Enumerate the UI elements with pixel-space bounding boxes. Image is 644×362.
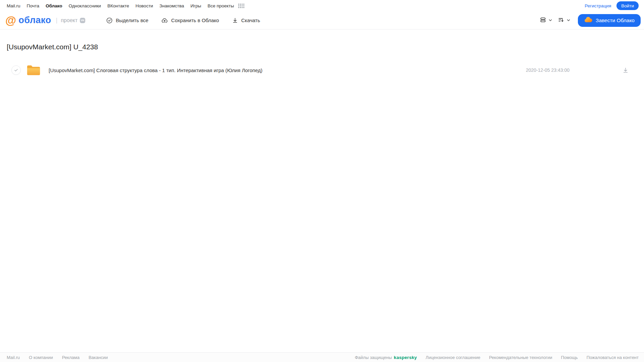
cloud-icon: [584, 16, 592, 24]
create-cloud-label: Завести Облако: [596, 17, 635, 23]
footer-link-mailru[interactable]: Mail.ru: [7, 355, 20, 360]
nav-item-vkontakte[interactable]: ВКонтакте: [107, 3, 129, 8]
file-modified-date: 2020-12-05 23:43:00: [526, 67, 569, 73]
view-list-icon: [540, 16, 546, 24]
file-row[interactable]: [UsupovMarket.com] Слоговая структура сл…: [7, 63, 637, 77]
footer: Mail.ru О компании Реклама Вакансии Файл…: [0, 352, 644, 362]
nav-item-odnoklassniki[interactable]: Одноклассники: [68, 3, 101, 8]
row-download-icon[interactable]: [622, 67, 629, 73]
main-content: [UsupovMarket.com] U_4238: [0, 30, 644, 77]
save-to-cloud-label: Сохранить в Облако: [171, 17, 219, 23]
nav-item-znakomstva[interactable]: Знакомства: [159, 3, 184, 8]
check-circle-icon: [106, 17, 113, 24]
nav-item-novosti[interactable]: Новости: [136, 3, 153, 8]
cloud-logo-text: облако: [18, 15, 51, 25]
cloud-upload-icon: [161, 17, 168, 24]
kaspersky-protected[interactable]: Файлы защищены kaspersky: [355, 355, 417, 360]
footer-link-help[interactable]: Помощь: [561, 355, 578, 360]
footer-link-about[interactable]: О компании: [29, 355, 53, 360]
view-mode-dropdown[interactable]: [540, 16, 552, 24]
vk-logo-icon: VK: [80, 18, 85, 23]
kaspersky-logo: kaspersky: [394, 355, 417, 360]
chevron-down-icon: [548, 17, 552, 23]
nav-item-vse-proekty[interactable]: Все проекты: [207, 3, 234, 8]
page-title: [UsupovMarket.com] U_4238: [7, 43, 637, 51]
footer-link-jobs[interactable]: Вакансии: [89, 355, 108, 360]
folder-icon: [27, 64, 41, 77]
protected-label: Файлы защищены: [355, 355, 392, 360]
file-list: [UsupovMarket.com] Слоговая структура сл…: [7, 63, 637, 77]
select-all-label: Выделить все: [116, 17, 148, 23]
row-checkbox[interactable]: [11, 65, 21, 75]
download-button[interactable]: Скачать: [232, 17, 260, 23]
footer-right-links: Файлы защищены kaspersky Лицензионное со…: [355, 355, 639, 360]
mailru-at-icon: @: [5, 15, 16, 26]
cloud-toolbar: @ облако | проект VK Выделить все Сохран…: [0, 11, 644, 30]
download-icon: [232, 17, 238, 23]
registration-link[interactable]: Регистрация: [585, 3, 611, 8]
save-to-cloud-button[interactable]: Сохранить в Облако: [161, 17, 219, 24]
footer-link-recommendation-tech[interactable]: Рекомендательные технологии: [489, 355, 552, 360]
nav-item-igry[interactable]: Игры: [191, 3, 201, 8]
login-button[interactable]: Войти: [616, 1, 639, 10]
download-label: Скачать: [241, 17, 260, 23]
sort-icon: [558, 16, 564, 24]
vk-project-label: проект: [61, 17, 78, 23]
brand-divider: |: [56, 17, 58, 24]
nav-item-oblako[interactable]: Облако: [46, 3, 62, 8]
nav-item-mailru[interactable]: Mail.ru: [7, 3, 20, 8]
file-name[interactable]: [UsupovMarket.com] Слоговая структура сл…: [49, 67, 262, 73]
create-cloud-button[interactable]: Завести Облако: [578, 14, 641, 27]
sort-dropdown[interactable]: [558, 16, 571, 24]
footer-link-ads[interactable]: Реклама: [62, 355, 80, 360]
portal-nav-auth: Регистрация Войти: [585, 1, 639, 10]
footer-link-report-content[interactable]: Пожаловаться на контент: [587, 355, 639, 360]
all-projects-grid-icon[interactable]: [238, 4, 244, 8]
select-all-button[interactable]: Выделить все: [106, 17, 148, 24]
file-actions: Выделить все Сохранить в Облако Скачать: [106, 17, 260, 24]
portal-nav: Mail.ru Почта Облако Одноклассники ВКонт…: [0, 0, 644, 11]
checkmark-icon: [14, 68, 18, 72]
chevron-down-icon: [566, 17, 571, 23]
toolbar-right: Завести Облако: [540, 14, 641, 27]
footer-left-links: Mail.ru О компании Реклама Вакансии: [7, 355, 117, 360]
cloud-logo[interactable]: @ облако | проект VK: [5, 15, 85, 26]
nav-item-pochta[interactable]: Почта: [27, 3, 40, 8]
portal-nav-links: Mail.ru Почта Облако Одноклассники ВКонт…: [7, 3, 244, 8]
footer-link-license[interactable]: Лицензионное соглашение: [426, 355, 480, 360]
